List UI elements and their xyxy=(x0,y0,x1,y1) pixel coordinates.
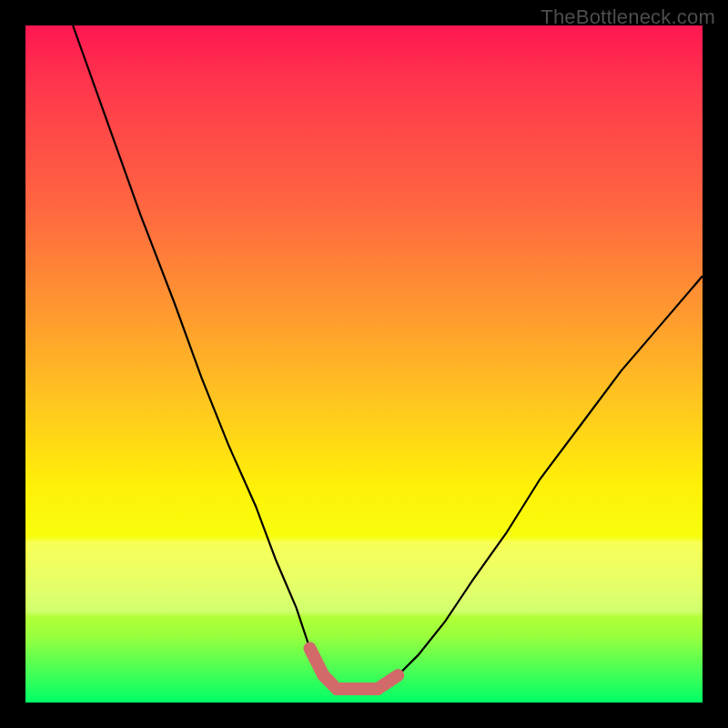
curve-layer xyxy=(25,25,703,703)
plot-area xyxy=(25,25,703,703)
optimal-range-highlight xyxy=(310,649,399,690)
watermark-text: TheBottleneck.com xyxy=(541,5,715,29)
bottleneck-curve xyxy=(73,25,703,689)
chart-frame: TheBottleneck.com xyxy=(0,0,728,728)
